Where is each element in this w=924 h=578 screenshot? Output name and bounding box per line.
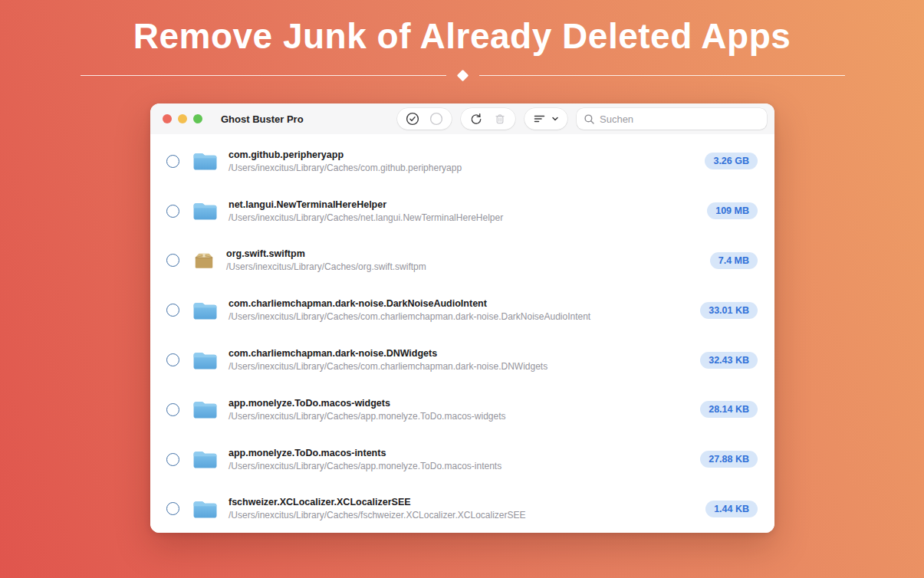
toolbar [397, 108, 767, 130]
row-name: com.charliemchapman.dark-noise.DarkNoise… [229, 298, 590, 309]
page-title: Remove Junk of Already Deleted Apps [0, 15, 924, 57]
row-text: fschweizer.XCLocalizer.XCLocalizerSEE /U… [229, 497, 526, 521]
table-row[interactable]: com.github.peripheryapp /Users/inexcitus… [150, 136, 774, 186]
package-box-icon [192, 251, 215, 271]
refresh-icon[interactable] [469, 112, 483, 126]
app-window: Ghost Buster Pro [150, 103, 774, 533]
row-size-badge: 7.4 MB [710, 252, 758, 269]
check-circle-icon[interactable] [406, 112, 419, 126]
row-text: org.swift.swiftpm /Users/inexcitus/Libra… [226, 248, 426, 272]
filter-button[interactable] [524, 108, 567, 130]
row-path: /Users/inexcitus/Library/Caches/com.gith… [229, 163, 462, 173]
row-name: fschweizer.XCLocalizer.XCLocalizerSEE [229, 497, 526, 507]
row-name: com.charliemchapman.dark-noise.DNWidgets [229, 348, 547, 359]
row-size-badge: 3.26 GB [705, 153, 758, 169]
table-row[interactable]: app.monelyze.ToDo.macos-widgets /Users/i… [150, 385, 774, 435]
window-title: Ghost Buster Pro [221, 113, 304, 125]
row-select-radio[interactable] [166, 453, 179, 466]
table-row[interactable]: com.charliemchapman.dark-noise.DNWidgets… [150, 335, 774, 385]
row-text: app.monelyze.ToDo.macos-widgets /Users/i… [229, 398, 505, 422]
row-path: /Users/inexcitus/Library/Caches/com.char… [229, 361, 547, 372]
close-window-button[interactable] [163, 114, 172, 123]
row-select-radio[interactable] [166, 353, 179, 366]
table-row[interactable]: net.langui.NewTerminalHereHelper /Users/… [150, 186, 774, 236]
blue-folder-icon [192, 151, 218, 171]
table-row[interactable]: app.monelyze.ToDo.macos-intents /Users/i… [150, 435, 774, 484]
table-row[interactable]: org.swift.swiftpm /Users/inexcitus/Libra… [150, 236, 774, 286]
row-path: /Users/inexcitus/Library/Caches/net.lang… [229, 212, 503, 223]
search-field[interactable] [577, 108, 767, 130]
action-button-group [461, 108, 515, 130]
row-select-radio[interactable] [166, 502, 179, 515]
row-name: com.github.peripheryapp [229, 149, 462, 160]
blue-folder-icon [192, 201, 218, 221]
row-name: net.langui.NewTerminalHereHelper [229, 199, 503, 210]
selection-button-group [397, 108, 452, 130]
row-select-radio[interactable] [166, 304, 179, 317]
filter-icon [533, 113, 546, 125]
blue-folder-icon [192, 449, 218, 469]
row-path: /Users/inexcitus/Library/Caches/com.char… [229, 311, 590, 322]
row-select-radio[interactable] [166, 155, 179, 168]
row-select-radio[interactable] [166, 403, 179, 416]
row-text: com.charliemchapman.dark-noise.DarkNoise… [229, 298, 590, 322]
table-row[interactable]: fschweizer.XCLocalizer.XCLocalizerSEE /U… [150, 484, 774, 533]
row-name: app.monelyze.ToDo.macos-widgets [229, 398, 505, 409]
divider-line-left [81, 75, 446, 77]
blue-folder-icon [192, 399, 218, 419]
row-text: app.monelyze.ToDo.macos-intents /Users/i… [229, 448, 501, 471]
blue-folder-icon [192, 350, 218, 370]
hero-divider [81, 71, 845, 80]
row-name: app.monelyze.ToDo.macos-intents [229, 448, 501, 458]
row-size-badge: 32.43 KB [700, 352, 758, 369]
diamond-ornament [457, 70, 469, 82]
row-size-badge: 33.01 KB [700, 302, 758, 319]
row-size-badge: 28.14 KB [700, 401, 758, 418]
trash-icon[interactable] [493, 112, 507, 126]
circle-icon[interactable] [429, 112, 443, 126]
row-path: /Users/inexcitus/Library/Caches/app.mone… [229, 461, 501, 471]
zoom-window-button[interactable] [193, 114, 202, 123]
blue-folder-icon [192, 499, 218, 519]
row-size-badge: 27.88 KB [700, 451, 758, 468]
minimize-window-button[interactable] [178, 114, 187, 123]
row-select-radio[interactable] [166, 254, 179, 267]
divider-line-right [479, 75, 845, 77]
row-select-radio[interactable] [166, 205, 179, 218]
search-input[interactable] [600, 113, 760, 125]
blue-folder-icon [192, 300, 218, 320]
row-text: net.langui.NewTerminalHereHelper /Users/… [229, 199, 503, 223]
table-row[interactable]: com.charliemchapman.dark-noise.DarkNoise… [150, 285, 774, 335]
window-titlebar: Ghost Buster Pro [150, 103, 774, 134]
row-size-badge: 1.44 KB [705, 501, 758, 517]
chevron-down-icon [551, 115, 559, 123]
row-path: /Users/inexcitus/Library/Caches/org.swif… [226, 261, 426, 272]
row-text: com.charliemchapman.dark-noise.DNWidgets… [229, 348, 547, 372]
search-icon [584, 113, 595, 125]
cache-list: com.github.peripheryapp /Users/inexcitus… [150, 134, 774, 533]
row-name: org.swift.swiftpm [226, 248, 426, 259]
row-size-badge: 109 MB [707, 202, 758, 219]
row-path: /Users/inexcitus/Library/Caches/app.mone… [229, 411, 505, 422]
row-path: /Users/inexcitus/Library/Caches/fschweiz… [229, 510, 526, 521]
row-text: com.github.peripheryapp /Users/inexcitus… [229, 149, 462, 173]
traffic-lights [158, 114, 202, 123]
